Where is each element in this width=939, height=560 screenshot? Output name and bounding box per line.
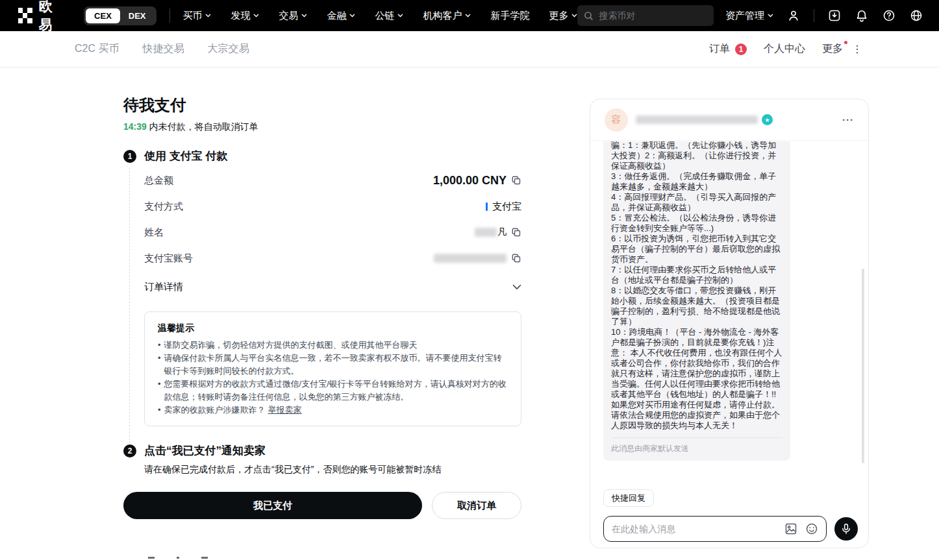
page-title: 待我支付: [123, 95, 521, 116]
chevron-down-icon: [301, 14, 307, 18]
chat-input-box[interactable]: [603, 516, 827, 542]
quick-reply-button[interactable]: 快捷回复: [603, 489, 654, 507]
tab-block-trade[interactable]: 大宗交易: [207, 42, 249, 56]
amount-value: 1,000.00 CNY: [433, 174, 507, 188]
order-details-toggle[interactable]: 订单详情: [144, 274, 521, 300]
tab-c2c-buy[interactable]: C2C 买币: [75, 42, 119, 56]
countdown-timer: 14:39: [123, 121, 147, 132]
okx-logo[interactable]: 欧易: [18, 0, 64, 34]
chevron-down-icon: [397, 14, 403, 18]
tips-title: 温馨提示: [158, 323, 508, 334]
nav-more[interactable]: 更多: [549, 10, 577, 22]
report-seller-link[interactable]: 举报卖家: [268, 404, 302, 417]
search-box[interactable]: [577, 5, 714, 26]
masked-account: [434, 254, 507, 263]
step2-note: 请在确保已完成付款后，才点击“我已支付”，否则您的账号可能被暂时冻结: [144, 464, 521, 476]
step2-number: 2: [123, 444, 136, 457]
search-input[interactable]: [599, 10, 707, 21]
sub-tabs: C2C 买币 快捷交易 大宗交易: [75, 42, 249, 56]
merchant-message-bubble: 骗：1：兼职返佣。（先让你赚小钱，诱导加大投资）2：高额返利。（让你进行投资，并…: [603, 141, 790, 461]
tab-express[interactable]: 快捷交易: [142, 42, 184, 56]
order-details-label: 订单详情: [144, 281, 183, 293]
action-buttons: 我已支付 取消订单: [123, 492, 521, 519]
masked-name-suffix: 凡: [497, 226, 507, 238]
chat-scrollbar[interactable]: [862, 269, 864, 463]
merchant-name-wrap: ★: [636, 114, 773, 125]
nav-trade[interactable]: 交易: [279, 10, 307, 22]
chevron-down-icon: [205, 14, 211, 18]
orders-link[interactable]: 订单 1: [709, 42, 747, 56]
language-globe-icon[interactable]: [909, 8, 923, 23]
user-icon[interactable]: [786, 8, 801, 23]
copy-icon[interactable]: [511, 175, 521, 186]
chat-messages[interactable]: 骗：1：兼职返佣。（先让你赚小钱，诱导加大投资）2：高额返利。（让你进行投资，并…: [590, 141, 868, 488]
nav-academy[interactable]: 新手学院: [490, 10, 529, 22]
vertical-dots-icon[interactable]: ⋮: [852, 43, 862, 55]
merchant-message-text: 骗：1：兼职返佣。（先让你赚小钱，诱导加大投资）2：高额返利。（让你进行投资，并…: [611, 141, 782, 431]
orders-badge: 1: [735, 43, 747, 55]
chevron-down-icon: [512, 284, 521, 290]
sub-header-right: 订单 1 个人中心 更多 ⋮: [709, 42, 862, 56]
chevron-down-icon: [571, 14, 577, 18]
chat-header: 容 ★ ···: [590, 99, 868, 141]
attach-image-icon[interactable]: [784, 522, 797, 535]
header-icons: [786, 8, 923, 23]
cancel-order-button[interactable]: 取消订单: [432, 492, 521, 519]
header-divider: [169, 8, 170, 23]
nav-institutions[interactable]: 机构客户: [423, 10, 471, 22]
amount-row: 总金额 1,000.00 CNY: [144, 167, 521, 193]
method-value: 支付宝: [492, 201, 521, 213]
sub-more-link[interactable]: 更多: [822, 42, 843, 56]
paid-button[interactable]: 我已支付: [123, 492, 422, 519]
chevron-down-icon: [253, 14, 259, 18]
nav-discover[interactable]: 发现: [231, 10, 259, 22]
chevron-down-icon: [768, 14, 773, 18]
step2-header: 2 点击“我已支付”通知卖家: [123, 443, 521, 458]
voice-message-button[interactable]: [834, 517, 858, 541]
nav-finance[interactable]: 金融: [327, 10, 355, 22]
nav-chain[interactable]: 公链: [375, 10, 403, 22]
sub-header: C2C 买币 快捷交易 大宗交易 订单 1 个人中心 更多 ⋮: [0, 31, 939, 67]
bubble-divider: 此消息由商家默认发送: [611, 437, 782, 454]
copy-icon[interactable]: [511, 227, 521, 237]
okx-logo-text: 欧易: [39, 0, 65, 34]
notifications-bell-icon[interactable]: [855, 8, 869, 23]
profile-link[interactable]: 个人中心: [764, 42, 805, 56]
cex-dex-toggle: CEX DEX: [84, 6, 156, 25]
assets-menu[interactable]: 资产管理: [725, 10, 773, 22]
step1-title: 使用 支付宝 付款: [144, 149, 227, 164]
method-row: 支付方式 支付宝: [144, 193, 521, 219]
step1-number: 1: [123, 150, 136, 163]
merchant-avatar: 容: [605, 108, 628, 132]
chat-panel: 容 ★ ··· 骗：1：兼职返佣。（先让你赚小钱，诱导加大投资）2：高额返利。（…: [590, 99, 869, 548]
masked-merchant-name: [636, 116, 758, 124]
method-label: 支付方式: [144, 201, 183, 213]
okx-logo-icon: [18, 8, 32, 23]
step1-body: 总金额 1,000.00 CNY 支付方式 支付宝 姓名 凡: [129, 167, 521, 443]
top-header: 欧易 CEX DEX 买币 发现 交易 金融 公链 机构客户 新手学院 更多 资…: [0, 0, 939, 31]
help-icon[interactable]: [882, 8, 896, 23]
main-nav: 买币 发现 交易 金融 公链 机构客户 新手学院 更多: [182, 10, 577, 22]
icons-divider: [814, 9, 814, 22]
payee-name-row: 姓名 凡: [144, 219, 521, 245]
amount-label: 总金额: [144, 175, 173, 187]
tips-box: 温馨提示 谨防交易诈骗，切勿轻信对方提供的支付截图、或使用其他平台聊天 请确保付…: [144, 311, 521, 426]
toggle-cex[interactable]: CEX: [86, 8, 120, 23]
tip-item: 谨防交易诈骗，切勿轻信对方提供的支付截图、或使用其他平台聊天: [158, 339, 508, 352]
countdown-note: 内未付款，将自动取消订单: [149, 121, 258, 132]
step1-header: 1 使用 支付宝 付款: [123, 149, 521, 164]
nav-buy-crypto[interactable]: 买币: [182, 10, 211, 22]
download-app-icon[interactable]: [827, 8, 842, 23]
copy-icon[interactable]: [511, 253, 521, 263]
tip-item-last: 卖家的收款账户涉嫌欺诈？ 举报卖家: [158, 404, 508, 417]
account-label: 支付宝账号: [144, 252, 193, 265]
emoji-icon[interactable]: [805, 522, 818, 535]
chat-input-row: [603, 516, 858, 542]
chat-more-menu-icon[interactable]: ···: [842, 114, 854, 125]
chevron-down-icon: [465, 14, 471, 18]
chevron-down-icon: [349, 14, 355, 18]
toggle-dex[interactable]: DEX: [120, 8, 155, 23]
search-icon: [584, 10, 594, 21]
clipped-next-section: [148, 557, 208, 559]
chat-message-input[interactable]: [612, 524, 777, 534]
